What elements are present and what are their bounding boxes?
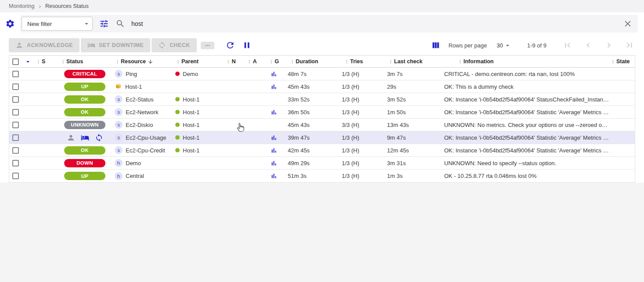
column-drag-icon[interactable] (115, 59, 120, 65)
filter-select-value: New filter (27, 21, 52, 27)
tries-value: 1/3 (H) (342, 173, 359, 179)
status-cell: UP (60, 83, 109, 91)
information-cell: OK - 10.25.8.77 rta 0.046ms lost 0% (439, 173, 610, 179)
check-button[interactable]: CHECK (152, 38, 196, 52)
header-tries[interactable]: Tries (338, 58, 384, 65)
row-checkbox[interactable] (12, 71, 19, 77)
more-icon (204, 42, 211, 49)
parent-name[interactable]: Host-1 (183, 134, 199, 141)
parent-name[interactable]: Host-1 (183, 96, 199, 103)
table-row[interactable]: DOWNhDemo49m 29s1/3 (H)3m 31sUNKNOWN: Ne… (9, 157, 635, 170)
table-row[interactable]: sEc2-Cpu-UsageHost-139m 47s1/3 (H)9m 47s… (9, 131, 635, 144)
search-input[interactable]: host (131, 20, 143, 27)
row-checkbox[interactable] (12, 160, 19, 166)
row-checkbox[interactable] (12, 122, 19, 128)
breadcrumb-monitoring[interactable]: Monitoring (9, 3, 34, 9)
table-row[interactable]: CRITICALsPingDemo48m 7s1/3 (H)3m 7sCRITI… (9, 68, 635, 80)
information-text: OK: Instance 'i-0b54bd2f54af90064' Statu… (444, 96, 610, 103)
resource-name[interactable]: Ping (126, 71, 137, 77)
select-all-checkbox[interactable] (12, 58, 19, 65)
more-actions-button[interactable] (201, 42, 214, 49)
resource-name[interactable]: Ec2-Status (126, 96, 154, 103)
set-downtime-button[interactable]: SET DOWNTIME (81, 38, 150, 52)
check-action-icon[interactable] (95, 134, 103, 142)
parent-name[interactable]: Host-1 (183, 147, 199, 154)
parent-name[interactable]: Host-1 (183, 122, 199, 128)
graph-icon[interactable] (270, 147, 278, 154)
column-drag-icon[interactable] (268, 59, 274, 65)
table-row[interactable]: UPhCentral51m 3s1/3 (H)1m 3sOK - 10.25.8… (9, 170, 635, 182)
advanced-filter-icon[interactable] (99, 19, 109, 29)
filter-select[interactable]: New filter (22, 17, 93, 31)
row-checkbox[interactable] (12, 109, 19, 116)
resource-name[interactable]: Ec2-Diskio (126, 122, 153, 128)
resource-name[interactable]: Demo (126, 160, 141, 166)
service-badge: s (115, 134, 123, 141)
header-duration[interactable]: Duration (285, 58, 338, 65)
graph-icon[interactable] (270, 83, 278, 90)
header-parent[interactable]: Parent (172, 58, 220, 65)
column-drag-icon[interactable] (36, 59, 41, 65)
resource-name[interactable]: Ec2-Cpu-Credit (126, 147, 165, 154)
header-last-check[interactable]: Last check (384, 58, 439, 65)
resource-name[interactable]: Central (126, 173, 144, 179)
table-row[interactable]: OKsEc2-StatusHost-133m 52s1/3 (H)3m 52sO… (9, 93, 635, 106)
previous-page-icon[interactable] (583, 40, 593, 50)
header-information[interactable]: Information (439, 58, 610, 65)
column-drag-icon[interactable] (610, 59, 616, 65)
column-drag-icon[interactable] (388, 59, 394, 65)
resource-name[interactable]: Host-1 (125, 83, 142, 90)
acknowledge-button[interactable]: ACKNOWLEDGE (9, 38, 80, 52)
header-resource[interactable]: Resource (109, 58, 172, 65)
graph-icon[interactable] (270, 159, 278, 167)
first-page-icon[interactable] (563, 40, 572, 50)
header-graph[interactable]: G (262, 58, 285, 65)
last-check-cell: 29s (384, 83, 439, 90)
resource-name[interactable]: Ec2-Network (126, 109, 158, 116)
column-drag-icon[interactable] (60, 59, 66, 65)
header-status[interactable]: Status (60, 58, 109, 65)
pause-icon[interactable] (242, 40, 252, 50)
graph-icon[interactable] (270, 134, 278, 141)
parent-name[interactable]: Demo (183, 71, 198, 77)
table-row[interactable]: UNKNOWNsEc2-DiskioHost-145m 43s3/3 (H)13… (9, 119, 635, 131)
column-drag-icon[interactable] (246, 59, 252, 65)
clear-search-icon[interactable] (623, 19, 633, 29)
duration-value: 49m 29s (288, 160, 310, 166)
graph-icon[interactable] (270, 70, 278, 78)
column-drag-icon[interactable] (457, 59, 463, 65)
acknowledge-action-icon[interactable] (67, 134, 75, 142)
table-row[interactable]: UPHost-145m 43s1/3 (H)29sOK: This is a d… (9, 80, 635, 93)
downtime-action-icon[interactable] (81, 134, 89, 142)
refresh-icon[interactable] (225, 40, 235, 50)
resource-cell: sEc2-Cpu-Usage (109, 134, 172, 141)
table-row[interactable]: OKsEc2-Cpu-CreditHost-142m 45s1/3 (H)12m… (9, 144, 635, 157)
status-chip: OK (64, 108, 105, 116)
column-drag-icon[interactable] (289, 59, 295, 65)
rows-per-page-select[interactable]: 30 (496, 42, 511, 49)
select-all-caret-icon[interactable] (24, 58, 32, 65)
row-checkbox[interactable] (12, 83, 19, 90)
header-action[interactable]: A (241, 58, 262, 65)
graph-icon[interactable] (270, 108, 278, 116)
row-checkbox[interactable] (12, 134, 19, 141)
header-state[interactable]: State (610, 58, 635, 65)
last-page-icon[interactable] (625, 40, 634, 50)
header-notes[interactable]: N (220, 58, 241, 65)
header-severity[interactable]: S (36, 58, 60, 65)
row-checkbox[interactable] (12, 147, 19, 154)
parent-name[interactable]: Host-1 (183, 109, 199, 116)
service-badge: s (115, 108, 123, 116)
settings-gear-icon[interactable] (5, 19, 15, 29)
table-row[interactable]: OKsEc2-NetworkHost-136m 50s1/3 (H)1m 50s… (9, 106, 635, 119)
row-checkbox[interactable] (12, 96, 19, 103)
edit-columns-icon[interactable] (431, 40, 441, 50)
next-page-icon[interactable] (604, 40, 614, 50)
column-drag-icon[interactable] (344, 59, 350, 65)
column-drag-icon[interactable] (225, 59, 231, 65)
column-drag-icon[interactable] (175, 59, 181, 65)
row-checkbox[interactable] (12, 173, 19, 179)
graph-icon[interactable] (270, 172, 278, 180)
search-box[interactable]: host (116, 19, 616, 29)
resource-name[interactable]: Ec2-Cpu-Usage (126, 134, 166, 141)
